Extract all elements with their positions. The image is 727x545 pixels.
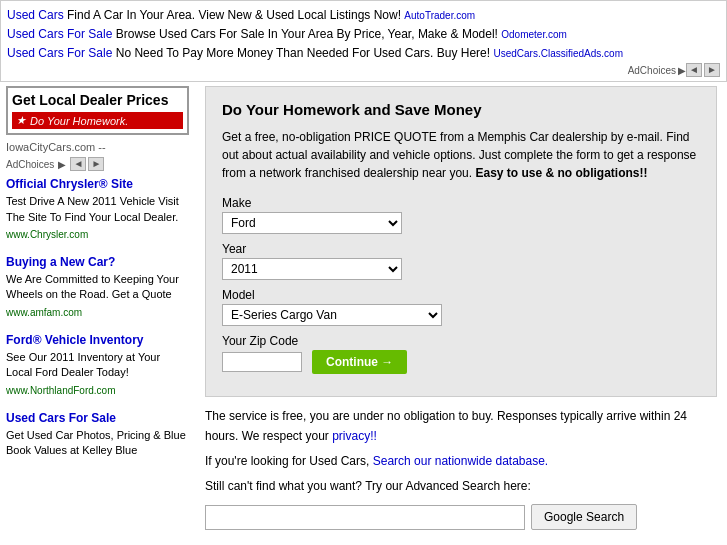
advanced-search-text: Still can't find what you want? Try our …: [205, 477, 717, 496]
year-group: Year 2011 2010 2009 2008 2007: [222, 242, 700, 280]
zip-row: Continue →: [222, 350, 700, 374]
top-ad-2-source-link[interactable]: Odometer.com: [501, 29, 567, 40]
sidebar-ad-4-title[interactable]: Used Cars For Sale: [6, 411, 189, 425]
make-group: Make Ford Toyota Honda Chevrolet Dodge: [222, 196, 700, 234]
disclaimer-text: The service is free, you are under no ob…: [205, 409, 687, 442]
sidebar-ad-4: Used Cars For Sale Get Used Car Photos, …: [6, 411, 189, 459]
top-nav-arrows: ◄ ►: [686, 63, 720, 77]
sidebar-ad-3: Ford® Vehicle Inventory See Our 2011 Inv…: [6, 333, 189, 397]
zip-label: Your Zip Code: [222, 334, 700, 348]
top-ad-3-source-link[interactable]: UsedCars.ClassifiedAds.com: [493, 48, 623, 59]
sidebar-nav-arrows: ◄ ►: [70, 157, 104, 171]
model-label: Model: [222, 288, 700, 302]
sidebar-ad-4-desc: Get Used Car Photos, Pricing & Blue Book…: [6, 428, 189, 459]
top-ad-line-1: Used Cars Find A Car In Your Area. View …: [7, 7, 720, 24]
sidebar-ad-3-url[interactable]: www.NorthlandFord.com: [6, 385, 115, 396]
sidebar-prev-arrow[interactable]: ◄: [70, 157, 86, 171]
sidebar-domain: IowaCityCars.com --: [6, 141, 189, 153]
used-cars-text: If you're looking for Used Cars,: [205, 454, 369, 468]
top-adchoices-label: AdChoices: [628, 65, 676, 76]
top-adchoices-icon: ▶: [678, 65, 686, 76]
sidebar-ad-2-desc: We Are Committed to Keeping Your Wheels …: [6, 272, 189, 303]
dealer-banner-subtitle: ★ Do Your Homework.: [12, 112, 183, 129]
sidebar-ad-1: Official Chrysler® Site Test Drive A New…: [6, 177, 189, 241]
sidebar-next-arrow[interactable]: ►: [88, 157, 104, 171]
form-panel: Do Your Homework and Save Money Get a fr…: [205, 86, 717, 397]
top-ad-line-3: Used Cars For Sale No Need To Pay More M…: [7, 45, 720, 62]
top-ad-1-body: Find A Car In Your Area. View New & Used…: [67, 8, 401, 22]
top-ads-container: Used Cars Find A Car In Your Area. View …: [0, 0, 727, 82]
top-ad-2-title-link[interactable]: Used Cars For Sale: [7, 27, 112, 41]
make-label: Make: [222, 196, 700, 210]
top-ad-1-title-link[interactable]: Used Cars: [7, 8, 64, 22]
intro-bold: Easy to use & no obligations!!: [475, 166, 647, 180]
year-label: Year: [222, 242, 700, 256]
main-layout: Get Local Dealer Prices ★ Do Your Homewo…: [0, 86, 727, 540]
top-ad-line-2: Used Cars For Sale Browse Used Cars For …: [7, 26, 720, 43]
main-content: Do Your Homework and Save Money Get a fr…: [195, 86, 727, 540]
top-prev-arrow[interactable]: ◄: [686, 63, 702, 77]
top-adchoices-bar: AdChoices ▶ ◄ ►: [7, 63, 720, 77]
dealer-banner-subtitle-text: Do Your Homework.: [30, 115, 128, 127]
google-search-row: Google Search: [205, 504, 717, 530]
below-form: The service is free, you are under no ob…: [205, 397, 717, 540]
top-ad-3-body: No Need To Pay More Money Than Needed Fo…: [116, 46, 490, 60]
star-icon: ★: [16, 114, 26, 127]
sidebar: Get Local Dealer Prices ★ Do Your Homewo…: [0, 86, 195, 540]
sidebar-adchoices-label: AdChoices: [6, 159, 54, 170]
top-ad-1-source-link[interactable]: AutoTrader.com: [404, 10, 475, 21]
form-heading: Do Your Homework and Save Money: [222, 101, 700, 118]
sidebar-ad-1-url[interactable]: www.Chrysler.com: [6, 229, 88, 240]
dealer-banner-title: Get Local Dealer Prices: [12, 92, 183, 109]
google-search-input[interactable]: [205, 505, 525, 530]
zip-input[interactable]: [222, 352, 302, 372]
top-next-arrow[interactable]: ►: [704, 63, 720, 77]
year-select[interactable]: 2011 2010 2009 2008 2007: [222, 258, 402, 280]
sidebar-ad-2: Buying a New Car? We Are Committed to Ke…: [6, 255, 189, 319]
model-group: Model E-Series Cargo Van F-150 Mustang E…: [222, 288, 700, 326]
sidebar-adchoices-bar: AdChoices ▶ ◄ ►: [6, 157, 189, 171]
sidebar-ad-2-title[interactable]: Buying a New Car?: [6, 255, 189, 269]
top-ad-3-title-link[interactable]: Used Cars For Sale: [7, 46, 112, 60]
used-cars-paragraph: If you're looking for Used Cars, Search …: [205, 452, 717, 471]
sidebar-adchoices-icon: ▶: [58, 159, 66, 170]
dealer-banner: Get Local Dealer Prices ★ Do Your Homewo…: [6, 86, 189, 135]
intro-text: Get a free, no-obligation PRICE QUOTE fr…: [222, 128, 700, 182]
top-ad-2-body: Browse Used Cars For Sale In Your Area B…: [116, 27, 498, 41]
sidebar-ad-2-url[interactable]: www.amfam.com: [6, 307, 82, 318]
zip-group: Your Zip Code Continue →: [222, 334, 700, 374]
make-select[interactable]: Ford Toyota Honda Chevrolet Dodge: [222, 212, 402, 234]
sidebar-ad-1-title[interactable]: Official Chrysler® Site: [6, 177, 189, 191]
used-cars-link[interactable]: Search our nationwide database.: [373, 454, 548, 468]
sidebar-ad-1-desc: Test Drive A New 2011 Vehicle Visit The …: [6, 194, 189, 225]
disclaimer-paragraph: The service is free, you are under no ob…: [205, 407, 717, 445]
continue-button[interactable]: Continue →: [312, 350, 407, 374]
google-search-button[interactable]: Google Search: [531, 504, 637, 530]
privacy-link[interactable]: privacy!!: [332, 429, 377, 443]
sidebar-ad-3-title[interactable]: Ford® Vehicle Inventory: [6, 333, 189, 347]
sidebar-ad-3-desc: See Our 2011 Inventory at Your Local For…: [6, 350, 189, 381]
model-select[interactable]: E-Series Cargo Van F-150 Mustang Explore…: [222, 304, 442, 326]
